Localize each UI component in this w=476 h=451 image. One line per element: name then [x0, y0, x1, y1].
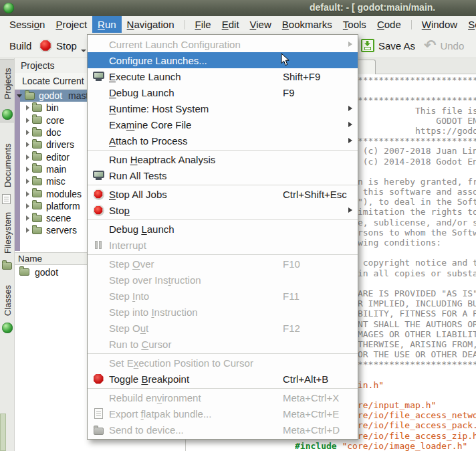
save-as-button[interactable]: Save As	[361, 35, 415, 56]
expander-icon[interactable]	[26, 105, 29, 110]
menubar: SessionProjectRunNavigationFileEditViewB…	[0, 16, 476, 33]
menubar-item-tools[interactable]: Tools	[338, 16, 372, 33]
menubar-item-run[interactable]: Run	[92, 16, 122, 33]
menu-item-run-heaptrack-analysis[interactable]: Run Heaptrack Analysis	[88, 151, 358, 167]
menu-item-toggle-breakpoint[interactable]: Toggle BreakpointCtrl+Alt+B	[88, 371, 358, 387]
menu-item-rebuild-environment: Rebuild environmentMeta+Ctrl+X	[88, 389, 358, 405]
menu-item-stop[interactable]: Stop	[88, 202, 358, 218]
menu-item-attach-to-process[interactable]: Attach to Process	[88, 132, 358, 149]
mouse-cursor-icon	[281, 53, 290, 67]
expander-icon[interactable]	[26, 228, 29, 233]
menu-item-icon-box	[92, 238, 105, 252]
sidebar-tab-documents[interactable]: Documents	[0, 139, 14, 206]
menu-item-debug-launch[interactable]: Debug Launch	[88, 221, 358, 237]
menu-item-step-over-instruction: Step over Instruction	[88, 272, 358, 288]
sidebar-tab-filesystem[interactable]: Filesystem	[0, 208, 14, 272]
menubar-item-view[interactable]: View	[245, 16, 277, 33]
undo-button-label: Undo	[440, 40, 464, 52]
tree-item-label: main	[46, 164, 66, 175]
menubar-item-window[interactable]: Window	[416, 16, 463, 33]
menu-item-shortcut: F12	[283, 323, 300, 334]
monitor-icon	[93, 171, 104, 180]
save-icon	[361, 39, 374, 52]
tree-item-label: misc	[46, 176, 66, 187]
menu-item-label: Run All Tests	[109, 170, 166, 181]
menu-item-shortcut: Meta+Ctrl+E	[283, 408, 339, 420]
sidebar-tab-classes[interactable]: Classes	[0, 280, 14, 335]
stop-icon	[93, 189, 104, 200]
expander-icon[interactable]	[26, 191, 29, 197]
project-list-item-label: godot	[35, 267, 58, 278]
menu-item-configure-launches[interactable]: Configure Launches...	[88, 52, 358, 68]
menu-item-shortcut: Meta+Ctrl+X	[283, 392, 339, 403]
expander-icon[interactable]	[26, 155, 29, 160]
menu-item-label: Interrupt	[109, 240, 146, 251]
sidebar-tab-projects[interactable]: Projects	[0, 59, 14, 122]
menubar-item-bookmarks[interactable]: Bookmarks	[277, 16, 338, 33]
expander-icon[interactable]	[26, 203, 29, 209]
submenu-arrow-icon	[348, 106, 352, 111]
menu-item-icon-box	[92, 407, 105, 420]
menu-item-label: Debug Launch	[109, 87, 174, 98]
tree-item-label: drivers	[46, 139, 74, 150]
menu-item-icon-box	[92, 423, 105, 436]
undo-button: ↶ Undo	[424, 35, 464, 56]
build-button[interactable]: Build	[9, 35, 31, 56]
menubar-item-settings[interactable]: Settings	[463, 16, 476, 33]
breakpoint-icon	[94, 374, 104, 384]
folder-icon	[19, 268, 29, 276]
menu-item-run-all-tests[interactable]: Run All Tests	[88, 167, 358, 183]
folder-icon	[32, 129, 42, 137]
menu-item-label: Step into Instruction	[109, 306, 198, 318]
menu-item-interrupt: Interrupt	[88, 237, 358, 253]
menu-item-shortcut: Meta+Ctrl+D	[283, 424, 340, 436]
stop-icon	[39, 39, 52, 52]
menu-item-step-into: Step IntoF11	[88, 288, 358, 304]
menubar-item-code[interactable]: Code	[372, 16, 406, 33]
expander-icon[interactable]	[26, 142, 29, 147]
menubar-item-project[interactable]: Project	[50, 16, 92, 33]
folder-icon	[2, 262, 12, 270]
menu-item-step-into-instruction: Step into Instruction	[88, 304, 358, 320]
app-icon	[3, 3, 14, 13]
menu-item-debug-launch[interactable]: Debug LaunchF9	[88, 84, 358, 100]
menubar-separator	[411, 20, 412, 29]
sidebar-tab-column: ProjectsDocumentsFilesystemClasses	[0, 58, 15, 451]
menu-item-shortcut: Ctrl+Alt+B	[283, 373, 328, 385]
menubar-item-session[interactable]: Session	[4, 16, 50, 33]
tree-item-label: scene	[46, 213, 71, 223]
menu-item-label: Step over Instruction	[109, 274, 201, 286]
folder-icon	[32, 190, 42, 197]
document-icon	[94, 408, 103, 419]
menu-item-examine-core-file[interactable]: Examine Core File	[88, 116, 358, 132]
menubar-separator	[185, 20, 185, 29]
menu-item-label: Attach to Process	[109, 135, 188, 147]
expander-icon[interactable]	[26, 167, 29, 172]
menu-item-label: Debug Launch	[109, 223, 174, 235]
menu-item-icon-box	[92, 70, 105, 83]
tree-item-label: core	[46, 115, 64, 126]
menu-item-label: Stop All Jobs	[109, 189, 167, 200]
menubar-item-file[interactable]: File	[190, 16, 217, 33]
stop-button[interactable]: Stop	[39, 35, 86, 56]
expander-icon[interactable]	[17, 94, 22, 98]
menu-item-label: Stop	[109, 205, 130, 216]
menu-item-shortcut: Shift+F9	[283, 71, 320, 82]
menu-item-icon-box	[92, 187, 105, 201]
expander-icon[interactable]	[26, 215, 29, 221]
menu-item-label: Step Into	[109, 290, 149, 302]
menu-item-execute-launch[interactable]: Execute LaunchShift+F9	[88, 68, 358, 84]
menu-item-runtime-host-system[interactable]: Runtime: Host System	[88, 100, 358, 116]
expander-icon[interactable]	[26, 130, 29, 135]
menubar-item-navigation[interactable]: Navigation	[122, 16, 180, 33]
menu-item-export-flatpak-bundle: Export flatpak bundle...Meta+Ctrl+E	[88, 405, 358, 422]
menu-item-stop-all-jobs[interactable]: Stop All JobsCtrl+Shift+Esc	[88, 186, 358, 202]
expander-icon[interactable]	[26, 179, 29, 184]
menu-item-label: Toggle Breakpoint	[109, 373, 189, 385]
menubar-item-edit[interactable]: Edit	[217, 16, 245, 33]
expander-icon[interactable]	[26, 118, 29, 123]
stop-dropdown-caret-icon[interactable]	[81, 50, 86, 52]
menu-item-label: Rebuild environment	[109, 392, 201, 403]
menu-item-icon-box	[92, 203, 105, 217]
device-icon	[94, 428, 104, 435]
